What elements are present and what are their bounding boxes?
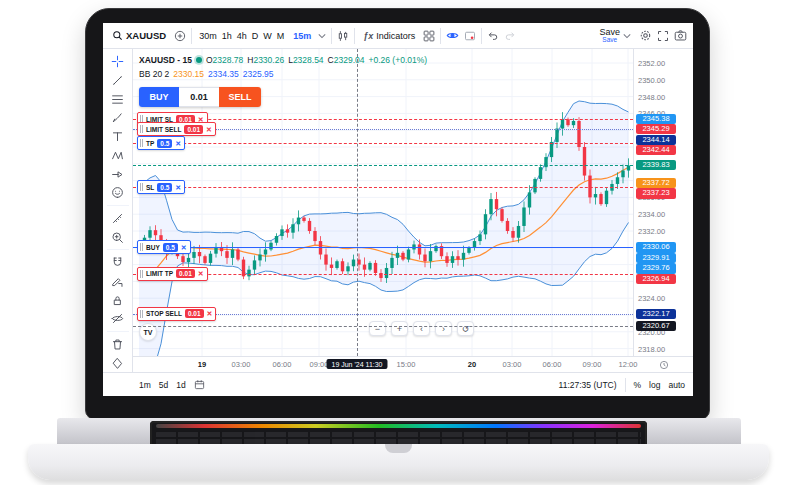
reset-view-button[interactable]: ↺ — [457, 321, 474, 336]
toolbar-separator — [331, 28, 332, 44]
price-tick: 2324.00 — [638, 294, 665, 303]
brush-icon — [111, 111, 124, 124]
range-5d[interactable]: 5d — [159, 380, 168, 390]
brush-tool[interactable] — [107, 109, 129, 127]
chevron-down-icon[interactable] — [318, 33, 326, 39]
long-short-position-tool[interactable] — [107, 165, 129, 183]
order-label-sl[interactable]: SL0.5✕ — [137, 180, 185, 194]
drag-grip-icon[interactable] — [140, 310, 143, 318]
log-scale-button[interactable]: log — [649, 380, 660, 390]
interval-4h[interactable]: 4h — [235, 29, 249, 43]
text-tool[interactable] — [107, 128, 129, 146]
buy-button[interactable]: BUY — [139, 87, 179, 107]
order-label-limit-tp[interactable]: LIMIT TP0.01✕ — [137, 267, 208, 281]
time-tick: 03:00 — [503, 360, 522, 369]
percent-scale-button[interactable]: % — [634, 380, 642, 390]
price-badge: 2329.91 — [636, 253, 676, 263]
interval-30m[interactable]: 30m — [197, 29, 219, 43]
chart-type-candles-icon[interactable] — [337, 30, 349, 42]
drag-grip-icon[interactable] — [140, 125, 143, 133]
order-label-limit-sell[interactable]: LIMIT SELL0.01✕ — [137, 122, 216, 136]
order-name: STOP SELL — [146, 310, 182, 317]
toolbar-separator — [440, 28, 441, 44]
time-tick: 06:00 — [543, 360, 562, 369]
remove-drawings-tool[interactable] — [107, 336, 129, 354]
indicators-button[interactable]: ƒx Indicators — [360, 29, 418, 43]
crosshair-tool[interactable] — [107, 53, 129, 71]
order-label-stop-sell[interactable]: STOP SELL0.01✕ — [137, 307, 216, 321]
close-icon[interactable]: ✕ — [206, 126, 212, 133]
zoom-in-button[interactable]: + — [391, 321, 408, 336]
lock-all-tool[interactable] — [107, 291, 129, 309]
order-qty-badge: 0.01 — [176, 269, 195, 278]
symbol-search-button[interactable]: XAUUSD — [109, 28, 169, 43]
emoji-tool[interactable] — [107, 184, 129, 202]
zoom-in-tool[interactable] — [107, 228, 129, 246]
scroll-left-button[interactable]: ‹ — [413, 321, 430, 336]
close-icon[interactable]: ✕ — [207, 310, 213, 317]
order-line-tp — [133, 143, 633, 144]
price-badge: 2342.44 — [636, 145, 676, 155]
undo-icon[interactable] — [487, 30, 499, 42]
close-icon[interactable]: ✕ — [175, 184, 181, 191]
legend-o-val: 2328.78 — [213, 55, 244, 65]
sell-button[interactable]: SELL — [219, 87, 261, 107]
utc-clock[interactable]: 11:27:35 (UTC) — [559, 380, 617, 390]
fx-icon: ƒx — [363, 31, 373, 41]
compare-plus-icon[interactable] — [174, 30, 186, 42]
drag-grip-icon[interactable] — [140, 243, 143, 251]
drag-grip-icon[interactable] — [140, 139, 143, 147]
measure-tool[interactable] — [107, 210, 129, 228]
bb-upper-value: 2334.35 — [208, 68, 239, 81]
price-tick: 2352.00 — [638, 59, 665, 68]
save-button[interactable]: Save Save — [596, 26, 634, 46]
close-icon[interactable]: ✕ — [181, 244, 187, 251]
interval-D[interactable]: D — [250, 29, 261, 43]
bottom-bar: 1m5d1d 11:27:35 (UTC) % log auto — [103, 372, 693, 396]
drag-grip-icon[interactable] — [140, 183, 143, 191]
range-1m[interactable]: 1m — [139, 380, 151, 390]
xabcd-pattern-tool[interactable] — [107, 147, 129, 165]
price-badge: 2329.76 — [636, 263, 676, 273]
chart-canvas[interactable]: XAUUSD - 15 O2328.78 H2330.26 L2328.54 C… — [133, 49, 693, 356]
legend-l-val: 2328.54 — [293, 55, 324, 65]
magnet-tool[interactable] — [107, 254, 129, 272]
gear-icon[interactable] — [639, 29, 652, 42]
close-icon[interactable]: ✕ — [198, 270, 204, 277]
redo-icon[interactable] — [504, 30, 516, 42]
close-icon[interactable]: ✕ — [175, 140, 181, 147]
fib-retracement-tool[interactable] — [107, 90, 129, 108]
interval-M[interactable]: M — [275, 29, 287, 43]
time-axis[interactable]: 1903:0006:0009:0015:002003:0006:0009:001… — [133, 356, 693, 372]
bb-indicator-title[interactable]: BB 20 2 — [139, 68, 169, 81]
eye-icon[interactable] — [446, 29, 459, 42]
order-qty-badge: 0.5 — [157, 183, 172, 192]
interval-W[interactable]: W — [261, 29, 274, 43]
save-sub-label: Save — [602, 37, 617, 44]
interval-active[interactable]: 15m — [291, 29, 313, 43]
clock-icon[interactable] — [659, 360, 669, 370]
zoom-out-button[interactable]: − — [369, 321, 386, 336]
interval-1h[interactable]: 1h — [220, 29, 234, 43]
auto-scale-button[interactable]: auto — [668, 380, 685, 390]
order-label-tp[interactable]: TP0.5✕ — [137, 136, 185, 150]
object-tree-tool[interactable] — [107, 354, 129, 372]
layout-grid-icon[interactable] — [423, 30, 435, 42]
xabcd-pattern-icon — [111, 149, 124, 162]
fullscreen-icon[interactable] — [657, 30, 669, 42]
order-label-buy[interactable]: BUY0.5✕ — [137, 240, 191, 254]
camera-icon[interactable] — [674, 29, 687, 42]
range-1d[interactable]: 1d — [176, 380, 185, 390]
calendar-icon[interactable] — [194, 379, 205, 390]
quantity-field[interactable]: 0.01 — [179, 87, 219, 107]
price-badge: 2322.17 — [636, 309, 676, 319]
time-tick: 03:00 — [232, 360, 251, 369]
scroll-right-button[interactable]: › — [435, 321, 452, 336]
drag-grip-icon[interactable] — [140, 270, 143, 278]
trend-line-tool[interactable] — [107, 72, 129, 90]
price-tick: 2350.00 — [638, 76, 665, 85]
bar-replay-icon[interactable] — [464, 30, 476, 42]
drawing-edit-tool[interactable] — [107, 273, 129, 291]
hide-all-tool[interactable] — [107, 310, 129, 328]
legend-symbol[interactable]: XAUUSD - 15 — [139, 54, 192, 67]
